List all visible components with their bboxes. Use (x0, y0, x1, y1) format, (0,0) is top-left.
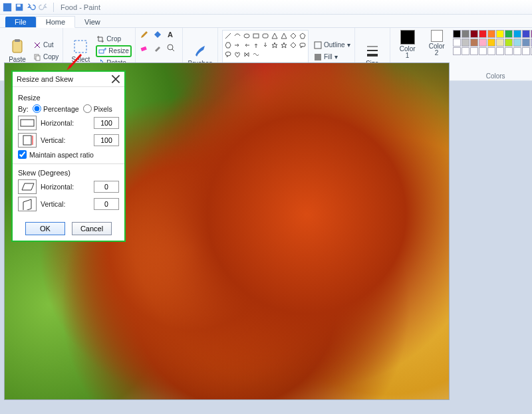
color-swatch[interactable] (479, 47, 487, 55)
tab-home[interactable]: Home (36, 16, 75, 28)
resize-skew-dialog: Resize and Skew Resize By: Percentage Pi… (11, 70, 126, 242)
picker-icon[interactable] (153, 43, 162, 52)
color-swatch[interactable] (513, 30, 521, 38)
svg-marker-19 (300, 33, 305, 39)
svg-rect-33 (23, 136, 31, 145)
redo-icon[interactable] (39, 3, 48, 12)
color-swatch[interactable] (470, 30, 478, 38)
color-swatch[interactable] (453, 47, 461, 55)
copy-button[interactable]: Copy (33, 52, 59, 62)
color-swatch[interactable] (462, 39, 469, 47)
color-swatch[interactable] (479, 39, 487, 47)
dialog-title: Resize and Skew (17, 75, 73, 83)
color-swatch[interactable] (505, 47, 513, 55)
color-swatch[interactable] (470, 47, 478, 55)
resize-section-label: Resize (18, 94, 119, 102)
magnifier-icon[interactable] (166, 43, 176, 52)
svg-rect-27 (315, 54, 321, 60)
resize-vertical-input[interactable] (94, 134, 119, 146)
app-icon (3, 3, 12, 12)
maintain-aspect-checkbox[interactable]: Maintain aspect ratio (18, 150, 119, 159)
radio-pixels[interactable]: Pixels (83, 104, 112, 113)
eraser-icon[interactable] (140, 43, 149, 52)
svg-point-25 (225, 52, 231, 56)
svg-rect-7 (74, 41, 86, 52)
svg-rect-6 (36, 56, 40, 60)
color-swatch[interactable] (487, 39, 495, 47)
svg-marker-23 (291, 43, 296, 48)
skew-horizontal-input[interactable] (94, 181, 119, 193)
outline-button[interactable]: Outline ▾ (314, 40, 350, 51)
svg-marker-21 (272, 43, 277, 48)
color-palette[interactable] (453, 30, 532, 55)
app-title: Paint (84, 3, 100, 11)
color-swatch[interactable] (453, 30, 461, 38)
color-swatch[interactable] (522, 39, 530, 47)
resize-horizontal-input[interactable] (94, 117, 119, 129)
color-swatch[interactable] (487, 30, 495, 38)
svg-rect-2 (17, 4, 21, 7)
color-swatch[interactable] (513, 39, 521, 47)
skew-vertical-input[interactable] (94, 198, 119, 210)
resize-h-icon (18, 116, 37, 130)
pencil-icon[interactable] (140, 30, 149, 39)
color-swatch[interactable] (496, 47, 504, 55)
color-swatch[interactable] (496, 30, 504, 38)
doc-title: Food (61, 3, 77, 11)
svg-rect-3 (13, 41, 22, 52)
svg-marker-20 (225, 43, 231, 48)
svg-rect-0 (3, 3, 11, 11)
skew-v-icon (18, 197, 37, 211)
svg-rect-4 (15, 39, 20, 42)
cancel-button[interactable]: Cancel (72, 222, 112, 235)
svg-rect-24 (300, 43, 305, 47)
svg-rect-15 (263, 34, 268, 38)
svg-rect-32 (21, 120, 34, 126)
svg-rect-8 (99, 50, 104, 53)
color-swatch[interactable] (522, 30, 530, 38)
color1-button[interactable]: Color 1 (394, 30, 421, 59)
svg-rect-26 (315, 42, 321, 49)
svg-rect-10 (140, 47, 146, 51)
svg-rect-14 (253, 34, 259, 38)
title-bar: Food - Paint (0, 0, 532, 15)
resize-v-icon (18, 133, 37, 148)
color-swatch[interactable] (487, 47, 495, 55)
svg-line-12 (225, 33, 231, 39)
color-swatch[interactable] (462, 30, 469, 38)
ribbon-tabs: File Home View (0, 15, 532, 28)
color-swatch[interactable] (470, 39, 478, 47)
color-swatch[interactable] (505, 39, 513, 47)
ok-button[interactable]: OK (25, 222, 65, 235)
color-swatch[interactable] (505, 30, 513, 38)
svg-marker-22 (281, 43, 287, 48)
svg-marker-35 (22, 183, 34, 190)
color-swatch[interactable] (522, 47, 530, 55)
text-icon[interactable]: A (166, 30, 176, 39)
skew-h-icon (18, 179, 37, 194)
svg-point-11 (168, 45, 173, 50)
color2-button[interactable]: Color 2 (424, 30, 450, 56)
skew-section-label: Skew (Degrees) (18, 169, 119, 177)
svg-marker-17 (281, 33, 287, 39)
close-icon[interactable] (111, 74, 120, 84)
undo-icon[interactable] (27, 3, 36, 12)
color-swatch[interactable] (462, 47, 469, 55)
color-swatch[interactable] (496, 39, 504, 47)
color-swatch[interactable] (513, 47, 521, 55)
cut-button[interactable]: Cut (33, 40, 59, 51)
tab-view[interactable]: View (75, 17, 110, 27)
crop-button[interactable]: Crop (96, 34, 131, 45)
svg-marker-18 (291, 33, 296, 39)
svg-marker-16 (272, 33, 277, 39)
color-swatch[interactable] (479, 30, 487, 38)
resize-button[interactable]: Resize (96, 46, 131, 56)
svg-marker-36 (23, 199, 31, 210)
color-swatch[interactable] (453, 39, 461, 47)
tab-file[interactable]: File (5, 17, 36, 27)
radio-percentage[interactable]: Percentage (33, 104, 79, 113)
svg-point-13 (244, 34, 249, 38)
save-icon[interactable] (15, 3, 24, 12)
fill-icon[interactable] (153, 30, 162, 39)
fill-button[interactable]: Fill ▾ (314, 52, 350, 62)
